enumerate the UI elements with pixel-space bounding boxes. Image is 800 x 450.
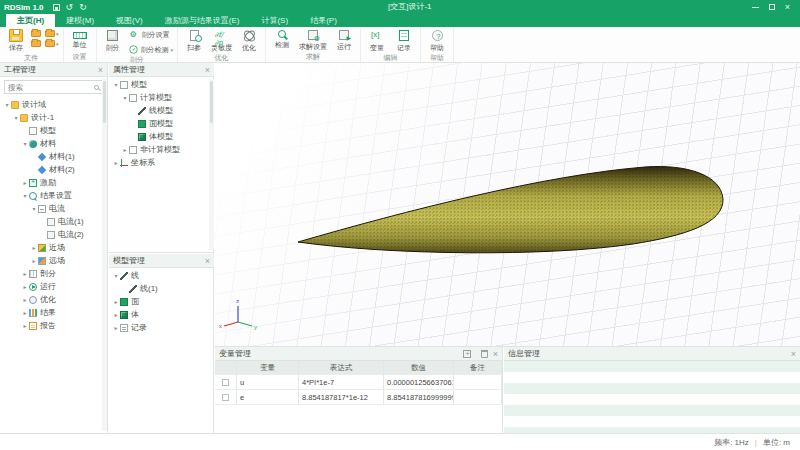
column-header[interactable]: 数值 — [384, 361, 454, 374]
close-icon[interactable]: × — [785, 0, 790, 14]
table-row[interactable]: u 4*PI*1e-7 0.00000125663706143... — [215, 375, 502, 390]
remark-cell[interactable] — [454, 390, 502, 404]
tree-item[interactable]: ▸ 报告 — [0, 319, 107, 332]
tree-item[interactable]: 体模型 — [109, 130, 214, 143]
airfoil-mesh-model[interactable] — [298, 167, 723, 253]
tree-item[interactable]: ▾ 设计域 — [0, 98, 107, 111]
chevron-right-icon[interactable]: ▸ — [30, 244, 38, 251]
chevron-down-icon[interactable]: ▾ — [112, 81, 120, 88]
tree-item[interactable]: ▸ 结果 — [0, 306, 107, 319]
close-icon[interactable]: × — [205, 65, 210, 75]
menu-tab-3[interactable]: 激励源与结果设置(E) — [154, 14, 251, 27]
table-row[interactable]: e 8.854187817*1e-12 8.854187816999999e-.… — [215, 390, 502, 405]
tree-item[interactable]: ▾ 设计-1 — [0, 111, 107, 124]
add-variable-icon[interactable] — [463, 350, 471, 358]
tree-item[interactable]: ▸ 激励 — [0, 176, 107, 189]
box-play-button[interactable]: 运行 — [332, 28, 356, 53]
brackets-button[interactable]: 变量 — [365, 28, 389, 54]
folder-button[interactable]: ▾ — [45, 40, 59, 47]
chevron-right-icon[interactable]: ▸ — [21, 179, 29, 186]
expression-cell[interactable]: 8.854187817*1e-12 — [299, 390, 384, 404]
tree-item[interactable]: ▾ 结果设置 — [0, 189, 107, 202]
check-badge-button[interactable]: 剖分检测▾ — [128, 43, 174, 56]
tree-item[interactable]: ▾ 线 — [109, 269, 214, 282]
variable-cell[interactable]: e — [237, 390, 299, 404]
scrollbar[interactable] — [209, 79, 214, 250]
chevron-down-icon[interactable]: ▾ — [21, 140, 29, 147]
chevron-right-icon[interactable]: ▸ — [112, 324, 120, 331]
tree-item[interactable]: ▸ 面 — [109, 295, 214, 308]
tree-item[interactable]: ▾ 材料 — [0, 137, 107, 150]
undo-icon[interactable]: ↺ — [66, 0, 74, 14]
viewport-3d[interactable]: x y z — [215, 63, 800, 346]
chevron-right-icon[interactable]: ▸ — [121, 146, 129, 153]
tree-item[interactable]: 电流(1) — [0, 215, 107, 228]
menu-tab-0[interactable]: 主页(H) — [6, 14, 55, 27]
chevron-down-icon[interactable]: ▾ — [30, 205, 38, 212]
tree-item[interactable]: 材料(2) — [0, 163, 107, 176]
quick-save-icon[interactable] — [53, 4, 60, 11]
minimize-icon[interactable] — [752, 7, 759, 8]
chevron-down-icon[interactable]: ▾ — [121, 94, 129, 101]
tree-item[interactable]: ▸ 体 — [109, 308, 214, 321]
tree-item[interactable]: ▸ 记录 — [109, 321, 214, 334]
checkbox[interactable] — [222, 379, 229, 386]
menu-tab-5[interactable]: 结果(P) — [299, 14, 348, 27]
tree-item[interactable]: 线模型 — [109, 104, 214, 117]
tree-item[interactable]: ▸ 远场 — [0, 254, 107, 267]
mesh-button[interactable]: 剖分 — [101, 28, 125, 54]
tree-item[interactable]: ▸ 近场 — [0, 241, 107, 254]
tree-item[interactable]: ▸ 优化 — [0, 293, 107, 306]
doc-list-button[interactable]: 记录 — [392, 28, 416, 54]
variable-cell[interactable]: u — [237, 375, 299, 389]
close-icon[interactable]: × — [205, 256, 210, 266]
tree-item[interactable]: 电流(2) — [0, 228, 107, 241]
tree-item[interactable]: ▸ 坐标系 — [109, 156, 214, 169]
tree-item[interactable]: 模型 — [0, 124, 107, 137]
expression-cell[interactable]: 4*PI*1e-7 — [299, 375, 384, 389]
chevron-right-icon[interactable]: ▸ — [30, 257, 38, 264]
tree-item[interactable]: ▾ 电流 — [0, 202, 107, 215]
menu-tab-2[interactable]: 视图(V) — [105, 14, 154, 27]
menu-tab-4[interactable]: 计算(S) — [250, 14, 299, 27]
chevron-right-icon[interactable]: ▸ — [21, 309, 29, 316]
tree-item[interactable]: 面模型 — [109, 117, 214, 130]
scan-button[interactable]: 扫参 — [182, 28, 206, 54]
chevron-right-icon[interactable]: ▸ — [21, 322, 29, 329]
magnifier-clock-button[interactable]: 检测 — [270, 28, 294, 51]
maximize-icon[interactable] — [769, 4, 775, 10]
tree-item[interactable]: 线(1) — [109, 282, 214, 295]
chevron-down-icon[interactable]: ▾ — [3, 101, 11, 108]
folder-button[interactable] — [31, 40, 41, 47]
chevron-down-icon[interactable]: ▾ — [112, 272, 120, 279]
chevron-right-icon[interactable]: ▸ — [21, 270, 29, 277]
tree-item[interactable]: ▸ 非计算模型 — [109, 143, 214, 156]
sensitivity-button[interactable]: 灵敏度 — [209, 28, 234, 54]
close-icon[interactable]: × — [98, 65, 103, 75]
folder-button[interactable]: ▾ — [45, 30, 59, 37]
column-header[interactable]: 表达式 — [299, 361, 384, 374]
folder-button[interactable] — [31, 30, 41, 37]
chevron-down-icon[interactable]: ▾ — [21, 192, 29, 199]
column-header[interactable]: 备注 — [454, 361, 502, 374]
chevron-right-icon[interactable]: ▸ — [21, 283, 29, 290]
save-button[interactable]: 保存 — [4, 28, 28, 54]
menu-tab-1[interactable]: 建模(M) — [55, 14, 105, 27]
scrollbar[interactable] — [102, 79, 107, 431]
chevron-right-icon[interactable]: ▸ — [21, 296, 29, 303]
close-icon[interactable]: × — [791, 349, 796, 359]
close-icon[interactable]: × — [493, 349, 498, 359]
chevron-right-icon[interactable]: ▸ — [112, 311, 120, 318]
search-input[interactable] — [8, 83, 94, 92]
tree-item[interactable]: 材料(1) — [0, 150, 107, 163]
column-header[interactable]: 变量 — [237, 361, 299, 374]
ruler-button[interactable]: 单位 — [68, 28, 92, 51]
tree-item[interactable]: ▸ 剖分 — [0, 267, 107, 280]
atom-button[interactable]: 优化 — [237, 28, 261, 54]
tree-item[interactable]: ▸ 运行 — [0, 280, 107, 293]
question-button[interactable]: 帮助 — [425, 28, 449, 54]
delete-variable-icon[interactable] — [481, 350, 488, 358]
search-box[interactable] — [4, 80, 103, 94]
gear-button[interactable]: 剖分设置 — [128, 30, 174, 40]
box-gear-button[interactable]: 求解设置 — [297, 28, 329, 53]
